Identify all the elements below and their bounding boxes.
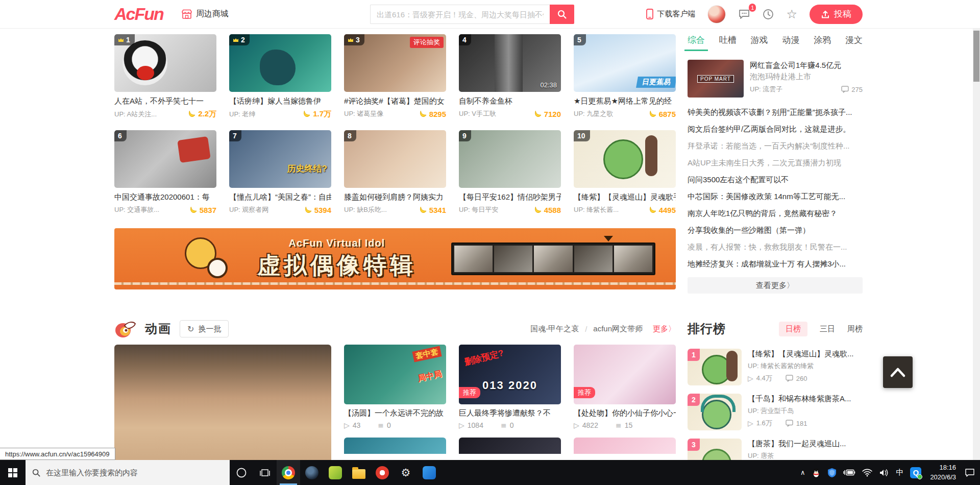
ranking-video-title[interactable]: 【绛紫】【灵魂巡山】灵魂歌... [748,349,863,359]
news-list-item[interactable]: 阅文后台签约甲/乙两版合同对比，这就是进步。 [688,120,863,137]
favorites-button[interactable]: ☆ [786,8,797,20]
video-title[interactable]: 中国交通事故20200601：每 [114,192,216,202]
view-more-button[interactable]: 查看更多〉 [688,277,863,294]
taskbar-app-steam[interactable] [300,460,324,485]
video-uploader[interactable]: UP: 老绅 [229,110,255,119]
video-card[interactable]: 402:38自制不养金鱼杯UP: V手工耿7120 [459,34,561,119]
video-card[interactable]: 1人在A站，不外乎笑七十一UP: A站关注...2.2万 [114,34,216,119]
post-button[interactable]: 投稿 [810,5,863,24]
video-uploader[interactable]: UP: A站关注... [114,110,157,119]
video-card[interactable]: 8膝盖如何碰到肩膀？阿姨实力UP: 缺B乐吃...5341 [344,130,446,214]
ranking-uploader[interactable]: UP: 绛紫长酱紫的绛紫 [748,361,863,371]
user-avatar[interactable] [707,5,726,23]
video-thumbnail[interactable]: 推荐 [574,345,676,404]
featured-news-item[interactable]: POP MART 网红盲盒公司1年赚4.5亿元 泡泡玛特赴港上市 UP: 流雲子… [688,60,863,98]
back-to-top-button[interactable] [883,356,913,388]
news-list-item[interactable]: 问问3500左右这个配置可以不 [688,171,863,188]
news-list-item[interactable]: 凌晨，有人报警：快，救救我朋友！民警在一... [688,238,863,255]
video-thumbnail[interactable]: 2 [229,34,331,92]
video-card[interactable]: 5日更蕉易★日更蕉易★网络上常见的经UP: 九星之歌6875 [574,34,676,119]
next-row-thumbnail[interactable] [574,438,676,454]
video-uploader[interactable]: UP: 交通事故... [114,205,159,214]
tab-general[interactable]: 综合 [688,34,705,51]
video-thumbnail[interactable]: 3评论抽奖 [344,34,446,92]
news-title[interactable]: 网红盲盒公司1年赚4.5亿元 [750,60,863,70]
notification-center-button[interactable] [965,468,975,477]
virtual-idol-banner[interactable]: AcFun Virtual Idol 虚拟偶像特辑 [114,228,676,289]
news-list-item[interactable]: A站UP主未南生日大秀，二次元直播潜力初现 [688,154,863,171]
history-button[interactable] [763,9,774,20]
acfun-logo[interactable]: AcFun [114,4,163,24]
video-title[interactable]: 【每日平安162】情侣吵架男子 [459,192,561,202]
tray-security-icon[interactable] [827,468,837,478]
video-title[interactable]: ★日更蕉易★网络上常见的经 [574,96,676,106]
task-view-button[interactable] [253,460,277,485]
taskbar-search-input[interactable] [46,468,224,477]
tray-qqbrowser-icon[interactable]: Q [910,467,921,478]
topic-link-1[interactable]: 国魂-甲午之哀 [530,324,579,334]
ranking-tab-3day[interactable]: 三日 [820,324,835,334]
scrollbar[interactable] [973,29,980,460]
start-button[interactable] [0,460,26,485]
ranking-item[interactable]: 3 【唐茶】我们一起灵魂巡山... UP: 唐茶 [688,439,863,460]
video-thumbnail[interactable]: 9 [459,130,561,188]
tab-tucao[interactable]: 吐槽 [719,34,737,51]
news-thumbnail[interactable]: POP MART [688,60,744,98]
video-uploader[interactable]: UP: V手工耿 [459,109,496,118]
video-uploader[interactable]: UP: 诸葛呈像 [344,109,383,118]
refresh-batch-button[interactable]: ↻换一批 [180,320,229,337]
taskbar-clock[interactable]: 18:16 2020/6/3 [930,463,956,482]
ranking-item[interactable]: 2 【千岛】和锅布林绛紫唐茶A... UP: 营业型千岛 ▷1.6万181 [688,394,863,430]
video-title[interactable]: 膝盖如何碰到肩膀？阿姨实力 [344,192,446,202]
tab-games[interactable]: 游戏 [751,34,768,51]
video-thumbnail[interactable]: 5日更蕉易 [574,34,676,92]
tray-expand-button[interactable]: ∧ [800,469,805,476]
taskbar-app-music[interactable] [371,460,394,485]
news-list-item[interactable]: 分享我收集的一些沙雕图（第一弹） [688,222,863,238]
video-uploader[interactable]: UP: 缺B乐吃... [344,205,387,214]
taskbar-app-explorer[interactable] [347,460,371,485]
cortana-button[interactable] [230,460,253,485]
tray-wifi-icon[interactable] [862,469,872,477]
more-link[interactable]: 更多〉 [653,324,676,334]
news-list-item[interactable]: 中芯国际：美国修改政策 14nm等工艺可能无... [688,188,863,205]
video-title[interactable]: 【处处吻】你的小仙子你小心一 [574,408,676,418]
anime-card[interactable]: 套中套 局中局 【汤圆】一个永远讲不完的故 ▷43≡0 [344,345,446,429]
video-uploader[interactable]: UP: 观察者网 [229,205,268,214]
video-card[interactable]: 6中国交通事故20200601：每UP: 交通事故...5837 [114,130,216,214]
ranking-thumbnail[interactable]: 3 [688,439,742,460]
scrollbar-thumb[interactable] [973,31,979,82]
ime-indicator[interactable]: 中 [896,468,903,477]
video-uploader[interactable]: UP: 九星之歌 [574,109,613,118]
taskbar-app-chrome[interactable] [277,460,300,485]
video-card[interactable]: 10【绛紫】【灵魂巡山】灵魂歌手绛UP: 绛紫长酱...4495 [574,130,676,214]
news-list-item[interactable]: 钟美美的视频该不该删？别用“正能量”扼杀孩子... [688,104,863,120]
anime-card[interactable]: 推荐 【处处吻】你的小仙子你小心一 ▷4822≡15 [574,345,676,429]
tray-volume-icon[interactable] [879,469,889,477]
ranking-uploader[interactable]: UP: 唐茶 [748,451,863,460]
video-card[interactable]: 7历史终结?【懂点儿啥】“美国之春”：自由UP: 观察者网5394 [229,130,331,214]
news-uploader[interactable]: UP: 流雲子 [750,85,782,94]
video-thumbnail[interactable]: 402:38 [459,34,561,92]
video-card[interactable]: 9【每日平安162】情侣吵架男子UP: 每日平安4588 [459,130,561,214]
tab-article[interactable]: 漫文 [845,34,863,51]
tray-battery-icon[interactable] [843,469,855,476]
video-thumbnail[interactable]: 1 [114,34,216,92]
video-uploader[interactable]: UP: 每日平安 [459,205,498,214]
video-title[interactable]: 【话痨绅】嫁人当嫁德鲁伊 [229,96,331,106]
taskbar-search[interactable] [26,460,230,485]
video-title[interactable]: 【懂点儿啥】“美国之春”：自由 [229,192,331,202]
ranking-tab-daily[interactable]: 日榜 [779,322,807,336]
video-title[interactable]: 巨人最终季将惨遭献祭？不 [459,408,561,418]
next-row-thumbnail[interactable] [344,438,446,454]
ranking-tab-weekly[interactable]: 周榜 [847,324,863,334]
video-title[interactable]: 人在A站，不外乎笑七十一 [114,96,216,106]
video-title[interactable]: 自制不养金鱼杯 [459,96,561,106]
taskbar-app-settings[interactable]: ⚙ [394,460,418,485]
search-button[interactable] [550,5,574,24]
next-row-thumbnail[interactable] [459,438,561,454]
download-client-link[interactable]: 下载客户端 [646,9,695,19]
news-list-item[interactable]: 地摊经济复兴：成都增就业十万 有人摆摊3小... [688,255,863,272]
messages-button[interactable]: 1 [738,9,750,20]
video-thumbnail[interactable]: 6 [114,130,216,188]
